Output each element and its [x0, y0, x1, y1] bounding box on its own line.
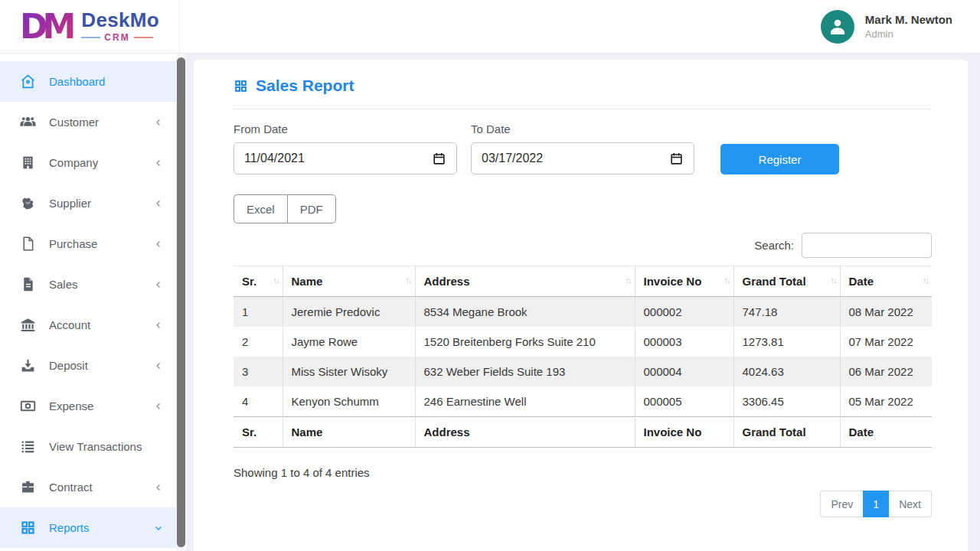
sort-icon: ↑↓	[831, 276, 836, 285]
cell-date: 07 Mar 2022	[840, 327, 932, 357]
calendar-icon[interactable]	[669, 152, 684, 166]
pdf-button[interactable]: PDF	[287, 194, 336, 223]
sidebar-item-sales[interactable]: Sales	[0, 264, 176, 305]
sidebar-item-label: View Transactions	[49, 440, 164, 453]
sidebar-item-label: Purchase	[49, 237, 153, 250]
sidebar-item-label: Expense	[49, 399, 153, 412]
register-button[interactable]: Register	[720, 144, 839, 174]
title-divider	[234, 109, 932, 109]
sidebar-item-company[interactable]: Company	[0, 142, 176, 183]
cell-date: 08 Mar 2022	[840, 297, 932, 328]
supplier-hand-icon	[20, 195, 36, 211]
column-header-total[interactable]: Grand Total↑↓	[733, 266, 840, 297]
prev-page-button[interactable]: Prev	[820, 491, 863, 517]
cell-address: 632 Weber Fields Suite 193	[415, 357, 635, 386]
brand-text: DeskMo CRM	[81, 10, 159, 43]
from-date-input[interactable]: 11/04/2021	[234, 142, 457, 174]
cell-address: 246 Earnestine Well	[415, 386, 635, 417]
download-icon	[20, 357, 36, 373]
to-date-value: 03/17/2022	[482, 152, 543, 165]
next-page-button[interactable]: Next	[889, 491, 932, 517]
search-input[interactable]	[802, 233, 932, 258]
export-button-group: Excel PDF	[234, 194, 932, 223]
cell-total: 3306.45	[733, 386, 840, 417]
column-header-invoice[interactable]: Invoice No↑↓	[635, 266, 733, 297]
brand-tagline-row: CRM	[81, 32, 159, 43]
sidebar-item-customer[interactable]: Customer	[0, 102, 176, 142]
sidebar: Dashboard Customer Company S	[0, 54, 176, 551]
footer-column-sr: Sr.	[234, 417, 283, 448]
chevron-left-icon	[153, 279, 164, 290]
tagline-line-right	[134, 37, 153, 38]
pagination: Prev 1 Next	[234, 491, 932, 517]
sidebar-item-contract[interactable]: Contract	[0, 467, 176, 507]
sales-report-table: Sr.↑↓ Name↑↓ Address↑↓ Invoice No↑↓ Gran…	[234, 266, 932, 448]
list-icon	[20, 439, 36, 455]
page-1-button[interactable]: 1	[863, 491, 889, 517]
footer-column-invoice: Invoice No	[635, 417, 733, 448]
sidebar-item-dashboard[interactable]: Dashboard	[0, 61, 176, 102]
cell-date: 06 Mar 2022	[840, 357, 932, 386]
column-label: Date	[849, 275, 874, 288]
sort-icon: ↑↓	[626, 276, 631, 285]
sidebar-item-view-transactions[interactable]: View Transactions	[0, 426, 176, 467]
sidebar-item-account[interactable]: Account	[0, 305, 176, 345]
table-row: 1 Jeremie Predovic 8534 Megane Brook 000…	[234, 297, 932, 328]
sidebar-scrollbar-thumb[interactable]	[177, 57, 185, 547]
cell-invoice: 000002	[635, 297, 733, 328]
chevron-left-icon	[153, 401, 164, 412]
footer-column-date: Date	[840, 417, 932, 448]
report-content: Sales Report From Date 11/04/2021 To Dat…	[194, 60, 968, 517]
chevron-left-icon	[153, 360, 164, 371]
column-header-sr[interactable]: Sr.↑↓	[234, 266, 283, 297]
column-label: Address	[424, 275, 470, 288]
sidebar-item-label: Reports	[49, 521, 153, 534]
column-header-date[interactable]: Date↑↓	[840, 266, 932, 297]
from-date-value: 11/04/2021	[244, 152, 305, 165]
sidebar-item-reports[interactable]: Reports	[0, 507, 176, 548]
main-area: Sales Report From Date 11/04/2021 To Dat…	[186, 54, 980, 551]
sidebar-item-purchase[interactable]: Purchase	[0, 223, 176, 264]
grid-icon	[20, 520, 36, 536]
brand-logo: DM DeskMo CRM	[0, 0, 180, 53]
sidebar-item-label: Account	[49, 318, 153, 331]
sidebar-item-label: Supplier	[49, 197, 153, 210]
sidebar-item-label: Customer	[49, 116, 153, 129]
cell-total: 1273.81	[733, 327, 840, 357]
cell-name: Jeremie Predovic	[283, 297, 415, 328]
user-menu[interactable]: Mark M. Newton Admin	[821, 10, 952, 44]
footer-column-name: Name	[283, 417, 415, 448]
sidebar-item-deposit[interactable]: Deposit	[0, 345, 176, 386]
page-title-text: Sales Report	[256, 77, 354, 95]
table-row: 3 Miss Sister Wisoky 632 Weber Fields Su…	[234, 357, 932, 386]
table-footer-row: Sr. Name Address Invoice No Grand Total …	[234, 417, 932, 448]
chevron-left-icon	[153, 482, 164, 493]
home-icon	[20, 73, 36, 90]
cell-sr: 3	[234, 357, 283, 386]
cell-address: 1520 Breitenberg Forks Suite 210	[415, 327, 635, 357]
briefcase-icon	[20, 479, 36, 495]
sidebar-item-supplier[interactable]: Supplier	[0, 183, 176, 223]
bank-icon	[20, 317, 36, 333]
to-date-label: To Date	[471, 122, 694, 135]
cell-sr: 4	[234, 386, 283, 417]
file-icon	[20, 236, 36, 252]
sidebar-item-expense[interactable]: Expense	[0, 386, 176, 426]
to-date-input[interactable]: 03/17/2022	[471, 142, 694, 174]
excel-button[interactable]: Excel	[234, 194, 287, 223]
column-header-name[interactable]: Name↑↓	[283, 266, 415, 297]
column-label: Invoice No	[644, 275, 702, 288]
header-right: Mark M. Newton Admin	[180, 0, 980, 53]
sidebar-item-label: Dashboard	[49, 75, 164, 88]
chevron-left-icon	[153, 320, 164, 331]
sidebar-item-label: Deposit	[49, 359, 153, 372]
brand-monogram: DM	[20, 10, 77, 44]
user-role: Admin	[865, 28, 952, 40]
person-icon	[826, 15, 849, 38]
column-label: Grand Total	[743, 275, 806, 288]
column-header-address[interactable]: Address↑↓	[415, 266, 635, 297]
user-name: Mark M. Newton	[865, 13, 952, 26]
calendar-icon[interactable]	[432, 152, 446, 166]
table-header-row: Sr.↑↓ Name↑↓ Address↑↓ Invoice No↑↓ Gran…	[234, 266, 932, 297]
table-row: 2 Jayme Rowe 1520 Breitenberg Forks Suit…	[234, 327, 932, 357]
